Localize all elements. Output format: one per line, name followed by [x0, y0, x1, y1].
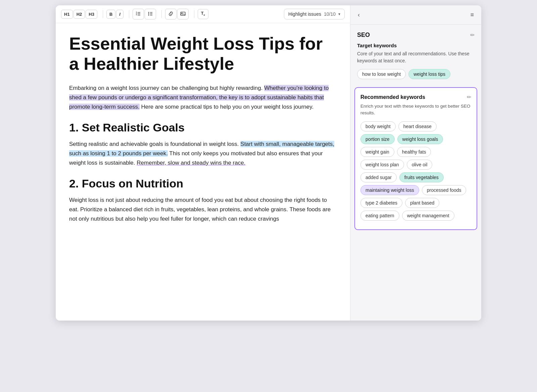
keyword-chip[interactable]: fruits vegetables: [399, 172, 444, 182]
link-button[interactable]: [165, 9, 177, 19]
heading-set-goals: 1. Set Realistic Goals: [69, 121, 337, 134]
keyword-chip[interactable]: how to lose weight: [357, 69, 406, 79]
italic-button[interactable]: I: [116, 10, 124, 19]
rec-section-title-row: Recommended keywords ✏: [360, 94, 471, 100]
seo-title-row: SEO ✏: [357, 32, 475, 39]
svg-point-8: [148, 15, 149, 16]
toolbar-separator-2: [129, 10, 129, 18]
keyword-chip[interactable]: plant based: [405, 198, 439, 208]
target-keywords-section: Target keywords Core of your text and al…: [357, 43, 475, 79]
ordered-list-button[interactable]: 1 2 3: [133, 9, 144, 19]
keyword-chip[interactable]: type 2 diabetes: [360, 198, 402, 208]
image-button[interactable]: [177, 9, 189, 19]
format-group: B I: [106, 10, 124, 19]
menu-button[interactable]: ≡: [468, 10, 476, 20]
heading-nutrition: 2. Focus on Nutrition: [69, 177, 337, 190]
keyword-chip[interactable]: maintaining weight loss: [360, 185, 419, 195]
target-keywords-desc: Core of your text and all recommendation…: [357, 50, 475, 64]
highlight-label: Highlight issues: [288, 11, 321, 17]
svg-rect-12: [181, 12, 185, 15]
keyword-chip[interactable]: weight loss goals: [397, 134, 443, 144]
insert-group: [165, 9, 189, 19]
recommended-keywords-list: body weightheart diseaseportion sizeweig…: [360, 121, 471, 221]
keyword-chip[interactable]: weight management: [402, 211, 454, 221]
keyword-chip[interactable]: added sugar: [360, 172, 397, 182]
h3-button[interactable]: H3: [86, 10, 97, 19]
article-body: Embarking on a weight loss journey can b…: [69, 83, 337, 224]
toolbar: H1 H2 H3 B I 1 2 3: [56, 5, 350, 23]
bold-button[interactable]: B: [106, 10, 115, 19]
toolbar-separator-4: [194, 10, 194, 18]
para2-plain: Setting realistic and achievable goals i…: [69, 141, 240, 147]
paragraph-1: Embarking on a weight loss journey can b…: [69, 83, 337, 112]
target-keywords-list: how to lose weightweight loss tips: [357, 69, 475, 79]
editor-content[interactable]: Essential Weight Loss Tips for a Healthi…: [56, 23, 350, 321]
keyword-chip[interactable]: processed foods: [422, 185, 467, 195]
keyword-chip[interactable]: olive oil: [407, 160, 433, 170]
seo-edit-button[interactable]: ✏: [470, 32, 475, 38]
back-button[interactable]: ‹: [356, 10, 362, 20]
seo-title: SEO: [357, 32, 370, 39]
rec-desc: Enrich your text with these keywords to …: [360, 103, 471, 117]
unordered-list-button[interactable]: [145, 9, 156, 19]
highlight-issues-dropdown[interactable]: Highlight issues 10/10 ▾: [284, 9, 345, 19]
para1-plain: Embarking on a weight loss journey can b…: [69, 85, 264, 91]
keyword-chip[interactable]: weight gain: [360, 147, 394, 157]
heading-group: H1 H2 H3: [61, 10, 97, 19]
article-title: Essential Weight Loss Tips for a Healthi…: [69, 34, 337, 74]
h1-button[interactable]: H1: [61, 10, 73, 19]
paragraph-3: Weight loss is not just about reducing t…: [69, 195, 337, 224]
keyword-chip[interactable]: portion size: [360, 134, 395, 144]
svg-text:3: 3: [136, 14, 137, 16]
toolbar-separator-1: [103, 10, 103, 18]
keyword-chip[interactable]: body weight: [360, 121, 396, 131]
keyword-chip[interactable]: weight loss tips: [408, 69, 450, 79]
keyword-chip[interactable]: heart disease: [398, 121, 437, 131]
seo-main-section: SEO ✏ Target keywords Core of your text …: [350, 25, 481, 87]
rec-section-title: Recommended keywords: [360, 94, 425, 100]
svg-point-7: [148, 13, 149, 14]
toolbar-separator-3: [161, 10, 162, 18]
seo-panel-header: ‹ ≡: [350, 5, 481, 25]
panel-scroll: SEO ✏ Target keywords Core of your text …: [350, 25, 481, 321]
keyword-chip[interactable]: weight loss plan: [360, 160, 404, 170]
editor-panel: H1 H2 H3 B I 1 2 3: [56, 5, 350, 321]
para1-end: Here are some practical tips to help you…: [140, 104, 313, 110]
h2-button[interactable]: H2: [74, 10, 85, 19]
highlight-count: 10/10: [324, 11, 336, 17]
clear-format-button[interactable]: Tx: [198, 9, 208, 19]
paragraph-2: Setting realistic and achievable goals i…: [69, 139, 337, 168]
keyword-chip[interactable]: healthy fats: [397, 147, 431, 157]
list-group: 1 2 3: [133, 9, 156, 19]
keyword-chip[interactable]: eating pattern: [360, 211, 399, 221]
app-container: H1 H2 H3 B I 1 2 3: [56, 5, 481, 321]
chevron-down-icon: ▾: [338, 12, 340, 16]
rec-edit-button[interactable]: ✏: [467, 94, 471, 100]
target-keywords-label: Target keywords: [357, 43, 475, 48]
svg-point-6: [148, 12, 149, 13]
recommended-section: Recommended keywords ✏ Enrich your text …: [354, 87, 477, 230]
seo-panel: ‹ ≡ SEO ✏ Target keywords Core of your t…: [350, 5, 481, 321]
para2-underline: Remember, slow and steady wins the race.: [137, 160, 245, 166]
